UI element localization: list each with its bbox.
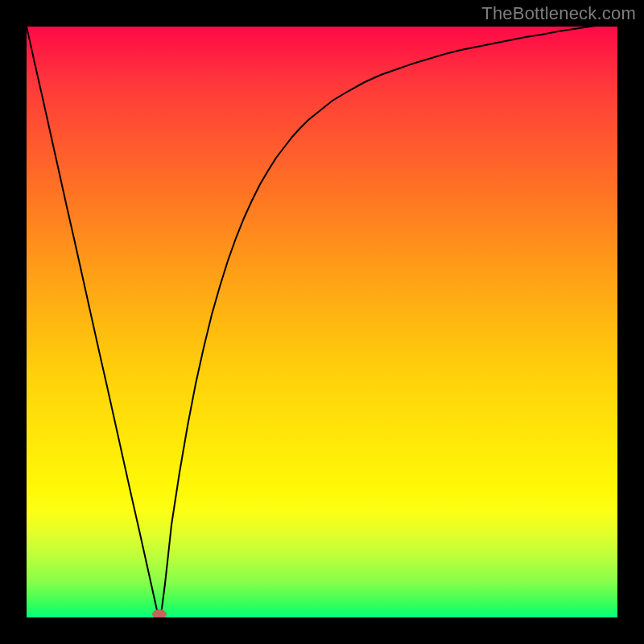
bottleneck-curve	[27, 27, 617, 617]
optimal-point-marker	[152, 609, 167, 617]
bottleneck-curve-svg	[27, 27, 617, 617]
chart-frame: TheBottleneck.com	[0, 0, 644, 644]
watermark-text: TheBottleneck.com	[481, 3, 636, 24]
plot-area	[27, 27, 617, 617]
